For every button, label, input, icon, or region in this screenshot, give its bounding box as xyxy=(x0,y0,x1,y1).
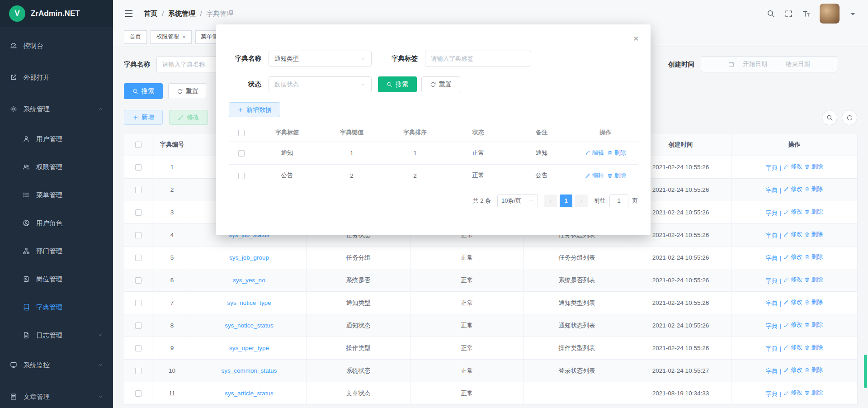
breadcrumb-home[interactable]: 首页 xyxy=(144,9,157,18)
data-status-select[interactable]: 数据状态 xyxy=(269,76,372,92)
dict-data-link[interactable]: 字典 xyxy=(766,345,778,353)
row-edit-link[interactable]: 修改 xyxy=(783,366,802,374)
row-checkbox[interactable] xyxy=(135,345,142,351)
row-checkbox[interactable] xyxy=(135,368,142,374)
goto-page-input[interactable] xyxy=(609,195,628,207)
sidebar-item-external[interactable]: 外部打开 xyxy=(0,62,113,93)
row-edit-link[interactable]: 修改 xyxy=(783,185,802,193)
date-range-picker[interactable]: 开始日期 - 结束日期 xyxy=(701,56,837,72)
caret-down-icon[interactable] xyxy=(849,9,857,18)
cell-dict-type-link[interactable]: sys_notice_status xyxy=(192,314,307,337)
fullscreen-icon[interactable] xyxy=(784,9,793,18)
row-checkbox[interactable] xyxy=(135,187,142,193)
row-delete-link[interactable]: 删除 xyxy=(804,343,823,351)
row-checkbox[interactable] xyxy=(135,390,142,397)
sidebar-item-system[interactable]: 系统管理 xyxy=(0,93,113,125)
row-delete-link[interactable]: 删除 xyxy=(804,162,823,171)
dict-data-link[interactable]: 字典 xyxy=(766,164,778,172)
row-checkbox[interactable] xyxy=(238,150,245,157)
page-size-select[interactable]: 10条/页 xyxy=(497,195,538,207)
row-checkbox[interactable] xyxy=(135,277,142,284)
font-size-icon[interactable] xyxy=(802,9,811,18)
app-logo[interactable]: V ZrAdmin.NET xyxy=(0,0,113,27)
dict-data-link[interactable]: 字典 xyxy=(766,209,778,217)
dict-data-link[interactable]: 字典 xyxy=(766,277,778,285)
row-delete-link[interactable]: 删除 xyxy=(804,389,823,397)
tab-permissions[interactable]: 权限管理 × xyxy=(151,30,192,44)
cell-dict-type-link[interactable]: sys_notice_type xyxy=(192,292,307,314)
breadcrumb-system[interactable]: 系统管理 xyxy=(168,9,195,18)
row-edit-link[interactable]: 修改 xyxy=(783,275,802,284)
dialog-reset-button[interactable]: 重置 xyxy=(421,76,460,92)
row-delete-link[interactable]: 删除 xyxy=(804,230,823,238)
close-icon[interactable]: × xyxy=(182,34,186,40)
row-delete-link[interactable]: 删除 xyxy=(804,298,823,306)
sidebar-item-posts[interactable]: 岗位管理 xyxy=(0,265,113,293)
cell-dict-type-link[interactable]: sys_article_status xyxy=(192,382,307,405)
menu-fold-icon[interactable] xyxy=(124,9,134,19)
row-edit-link[interactable]: 修改 xyxy=(783,208,802,216)
dict-data-link[interactable]: 字典 xyxy=(766,299,778,308)
row-checkbox[interactable] xyxy=(135,232,142,238)
row-edit-link[interactable]: 修改 xyxy=(783,253,802,261)
row-checkbox[interactable] xyxy=(238,173,245,179)
select-all-checkbox[interactable] xyxy=(238,130,245,136)
close-icon[interactable]: × xyxy=(633,33,639,43)
row-checkbox[interactable] xyxy=(135,164,142,171)
sidebar-item-monitoring[interactable]: 系统监控 xyxy=(0,349,113,381)
sidebar-item-logs[interactable]: 日志管理 xyxy=(0,321,113,349)
sidebar-item-departments[interactable]: 部门管理 xyxy=(0,237,113,265)
row-edit-link[interactable]: 修改 xyxy=(783,230,802,238)
show-search-toggle-button[interactable] xyxy=(822,110,837,125)
dict-tag-input[interactable] xyxy=(425,51,531,66)
sidebar-item-dictionary[interactable]: 字典管理 xyxy=(0,293,113,321)
page-scrollbar-thumb[interactable] xyxy=(864,355,867,388)
next-page-button[interactable] xyxy=(575,195,588,207)
sidebar-item-menus[interactable]: 菜单管理 xyxy=(0,181,113,209)
reset-button[interactable]: 重置 xyxy=(168,83,207,99)
sidebar-item-roles[interactable]: 用户角色 xyxy=(0,209,113,237)
sidebar-item-console[interactable]: 控制台 xyxy=(0,30,113,62)
search-button[interactable]: 搜索 xyxy=(124,83,163,99)
select-all-checkbox[interactable] xyxy=(135,142,142,148)
row-delete-link[interactable]: 删除 xyxy=(607,149,626,157)
row-delete-link[interactable]: 删除 xyxy=(804,366,823,374)
sidebar-item-articles[interactable]: 文章管理 xyxy=(0,381,113,408)
row-checkbox[interactable] xyxy=(135,300,142,306)
dict-data-link[interactable]: 字典 xyxy=(766,254,778,262)
cell-dict-type-link[interactable]: sys_common_status xyxy=(192,360,307,382)
cell-dict-type-link[interactable]: sys_job_group xyxy=(192,247,307,269)
add-button[interactable]: 新增 xyxy=(124,110,163,125)
row-edit-link[interactable]: 修改 xyxy=(783,162,802,171)
cell-dict-type-link[interactable]: sys_oper_type xyxy=(192,337,307,360)
add-data-button[interactable]: 新增数据 xyxy=(229,102,280,117)
dict-data-link[interactable]: 字典 xyxy=(766,232,778,240)
dict-type-select[interactable]: 通知类型 xyxy=(269,51,372,66)
prev-page-button[interactable] xyxy=(544,195,557,207)
dict-data-link[interactable]: 字典 xyxy=(766,322,778,330)
row-delete-link[interactable]: 删除 xyxy=(607,171,626,180)
row-delete-link[interactable]: 删除 xyxy=(804,321,823,329)
sidebar-item-users[interactable]: 用户管理 xyxy=(0,125,113,153)
dict-data-link[interactable]: 字典 xyxy=(766,186,778,195)
dict-data-link[interactable]: 字典 xyxy=(766,367,778,375)
row-edit-link[interactable]: 编辑 xyxy=(585,149,604,157)
search-icon[interactable] xyxy=(767,9,775,18)
row-checkbox[interactable] xyxy=(135,209,142,216)
row-edit-link[interactable]: 修改 xyxy=(783,298,802,306)
row-checkbox[interactable] xyxy=(135,255,142,261)
row-checkbox[interactable] xyxy=(135,323,142,329)
row-delete-link[interactable]: 删除 xyxy=(804,185,823,193)
edit-button[interactable]: 修改 xyxy=(169,110,208,125)
sidebar-item-permissions[interactable]: 权限管理 xyxy=(0,153,113,181)
tab-home[interactable]: 首页 xyxy=(124,30,147,44)
refresh-table-button[interactable] xyxy=(842,110,857,125)
row-delete-link[interactable]: 删除 xyxy=(804,208,823,216)
row-edit-link[interactable]: 修改 xyxy=(783,321,802,329)
cell-dict-type-link[interactable]: sys_yes_no xyxy=(192,269,307,292)
current-page-button[interactable]: 1 xyxy=(560,195,572,207)
dialog-search-button[interactable]: 搜索 xyxy=(378,76,417,92)
row-edit-link[interactable]: 修改 xyxy=(783,343,802,351)
row-edit-link[interactable]: 编辑 xyxy=(585,171,604,180)
row-delete-link[interactable]: 删除 xyxy=(804,275,823,284)
